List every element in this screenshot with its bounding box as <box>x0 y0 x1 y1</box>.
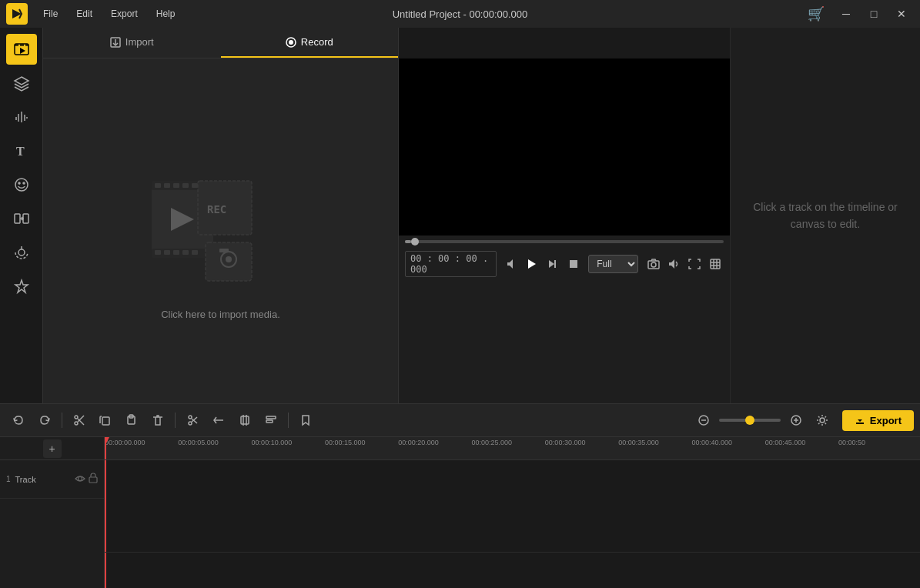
sidebar-item-effects[interactable] <box>6 271 37 302</box>
svg-rect-35 <box>182 250 189 255</box>
svg-point-16 <box>18 249 25 256</box>
ruler-mark-10: 00:00:50 <box>838 437 865 459</box>
close-button[interactable]: ✕ <box>889 3 914 25</box>
menu-file[interactable]: File <box>40 7 61 21</box>
menu-bar: File Edit Export Help <box>40 7 178 21</box>
redo-button[interactable] <box>32 409 57 432</box>
svg-marker-45 <box>549 260 554 268</box>
sidebar-item-filters[interactable] <box>6 237 37 268</box>
svg-rect-30 <box>192 183 198 188</box>
import-illustration: REC <box>136 142 306 296</box>
sidebar-item-layers[interactable] <box>6 68 37 99</box>
ruler-mark-7: 00:00:35.000 <box>618 437 659 459</box>
sidebar-item-audio[interactable] <box>6 102 37 132</box>
svg-rect-34 <box>173 250 179 255</box>
menu-export[interactable]: Export <box>108 7 141 21</box>
zoom-select[interactable]: Full 25% 50% 75% 150% 200% <box>588 255 638 273</box>
bookmark-button[interactable] <box>293 409 318 432</box>
svg-rect-28 <box>173 183 179 188</box>
track-labels: 1 Track <box>0 460 105 588</box>
preview-panel: 00 : 00 : 00 . 000 Full <box>399 28 730 403</box>
cart-icon[interactable]: 🛒 <box>808 5 825 22</box>
separator-2 <box>175 413 176 428</box>
minimize-button[interactable]: ─ <box>834 3 858 25</box>
svg-point-11 <box>15 179 28 191</box>
tab-import[interactable]: Import <box>43 28 221 58</box>
video-preview <box>399 58 730 236</box>
crop-media-button[interactable] <box>233 409 257 432</box>
menu-help[interactable]: Help <box>153 7 179 21</box>
separator-3 <box>288 413 289 428</box>
svg-point-63 <box>189 416 192 419</box>
svg-marker-44 <box>528 259 536 269</box>
sidebar-item-transitions[interactable] <box>6 203 37 234</box>
zoom-slider-track[interactable] <box>719 419 781 422</box>
trim-button[interactable] <box>206 409 231 432</box>
track-lock-icon[interactable] <box>89 473 98 486</box>
play-button[interactable] <box>524 253 541 275</box>
zoom-slider-thumb[interactable] <box>745 416 754 425</box>
split-button[interactable] <box>180 409 205 432</box>
more-tools-button[interactable] <box>259 409 283 432</box>
svg-line-57 <box>78 416 84 422</box>
zoom-in-button[interactable] <box>784 409 808 432</box>
import-panel: Import Record <box>43 28 399 403</box>
preview-top-bar <box>399 28 730 58</box>
track-row-1[interactable] <box>105 553 920 588</box>
cut-clip-button[interactable] <box>67 409 92 432</box>
import-tabs: Import Record <box>43 28 398 58</box>
svg-rect-47 <box>570 260 577 268</box>
stop-button[interactable] <box>565 253 583 275</box>
svg-rect-67 <box>241 416 249 424</box>
seekbar-thumb[interactable] <box>411 238 419 246</box>
svg-rect-27 <box>164 183 170 188</box>
svg-text:REC: REC <box>207 203 226 215</box>
step-forward-button[interactable] <box>544 253 562 275</box>
svg-rect-2 <box>20 44 24 46</box>
zoom-controls <box>691 409 808 432</box>
ruler-mark-2: 00:00:10.000 <box>252 437 293 459</box>
sidebar-item-media[interactable] <box>6 34 37 65</box>
maximize-button[interactable]: □ <box>861 3 886 25</box>
timeline: + 00:00:00.000 00:00:05.000 00:00:10.000… <box>0 437 920 588</box>
screenshot-button[interactable] <box>644 253 662 275</box>
track-visibility-icon[interactable] <box>75 474 85 485</box>
seekbar-track[interactable] <box>405 240 724 243</box>
menu-edit[interactable]: Edit <box>73 7 95 21</box>
svg-rect-59 <box>102 417 109 425</box>
fullscreen-button[interactable] <box>686 253 704 275</box>
app-logo <box>6 3 28 25</box>
svg-point-78 <box>79 476 82 480</box>
svg-line-58 <box>78 419 84 425</box>
zoom-out-button[interactable] <box>691 409 716 432</box>
sidebar: T <box>0 28 43 403</box>
svg-rect-70 <box>266 416 276 419</box>
delete-button[interactable] <box>146 409 170 432</box>
crop-button[interactable] <box>706 253 724 275</box>
timeline-settings-button[interactable] <box>810 409 835 432</box>
svg-point-12 <box>18 182 20 184</box>
volume-down-button[interactable] <box>503 253 520 275</box>
sidebar-item-stickers[interactable] <box>6 169 37 200</box>
volume-button[interactable] <box>665 253 683 275</box>
tab-record[interactable]: Record <box>221 28 399 58</box>
seekbar[interactable] <box>399 236 730 248</box>
track-label-header: + <box>0 437 105 460</box>
sidebar-item-text[interactable]: T <box>6 135 37 166</box>
import-content[interactable]: REC Click here to import media. <box>43 58 398 403</box>
copy-button[interactable] <box>93 409 118 432</box>
svg-rect-79 <box>89 477 97 483</box>
svg-rect-33 <box>164 250 170 255</box>
timeline-ruler[interactable]: 00:00:00.000 00:00:05.000 00:00:10.000 0… <box>105 437 920 460</box>
svg-rect-71 <box>266 420 273 423</box>
info-text: Click a track on the timeline or canvas … <box>753 199 898 233</box>
add-track-button[interactable]: + <box>43 439 62 458</box>
paste-button[interactable] <box>119 409 144 432</box>
svg-text:T: T <box>16 145 25 158</box>
svg-point-13 <box>23 182 25 184</box>
undo-button[interactable] <box>6 409 31 432</box>
svg-point-62 <box>189 422 192 425</box>
ruler-mark-3: 00:00:15.000 <box>325 437 366 459</box>
export-button[interactable]: Export <box>842 410 914 431</box>
export-icon <box>855 415 865 426</box>
